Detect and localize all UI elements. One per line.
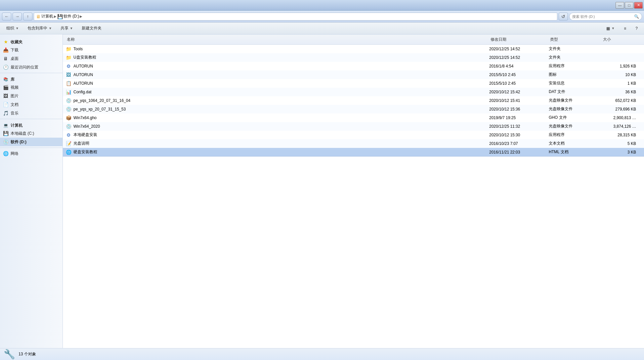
file-type-icon: 🖼 — [65, 72, 71, 78]
sidebar-item-network[interactable]: 🌐 网络 — [0, 149, 63, 158]
refresh-button[interactable]: ↺ — [559, 13, 568, 21]
file-type-icon: 📦 — [65, 115, 71, 121]
computer-sidebar-icon: 💻 — [3, 122, 9, 128]
file-type: 图标 — [549, 72, 602, 77]
file-name: U盘安装教程 — [73, 55, 96, 60]
sidebar-item-download[interactable]: 📥 下载 — [0, 46, 63, 54]
close-button[interactable]: ✕ — [634, 2, 643, 9]
table-row[interactable]: ⚙ AUTORUN 2016/1/8 4:54 应用程序 1,926 KB — [63, 62, 644, 70]
desktop-label: 桌面 — [11, 56, 19, 62]
file-name: 光盘说明 — [73, 141, 89, 146]
table-row[interactable]: 🖼 AUTORUN 2015/5/10 2:45 图标 10 KB — [63, 70, 644, 79]
file-type: 安装信息 — [549, 80, 602, 86]
file-type-icon: 📝 — [65, 141, 71, 147]
breadcrumb[interactable]: 🖥 计算机 ▶ 💾 软件 (D:) ▶ — [34, 13, 557, 21]
library-header: 📚 库 — [0, 74, 63, 83]
toolbar-right: ▦ ▼ ≡ ? — [603, 24, 641, 33]
sidebar-item-desktop[interactable]: 🖥 桌面 — [0, 54, 63, 63]
table-row[interactable]: 💿 pe_yqs_xp_20_07_31_15_53 2020/10/12 15… — [63, 105, 644, 113]
favorites-label: 收藏夹 — [11, 39, 22, 45]
picture-icon: 🖼 — [3, 93, 9, 99]
col-name[interactable]: 名称 — [65, 36, 489, 43]
file-name-cell: 📁 Tools — [65, 46, 489, 52]
file-type-icon: ⚙ — [65, 63, 71, 69]
recent-icon: 🕐 — [3, 64, 9, 70]
organize-arrow: ▼ — [16, 26, 19, 30]
file-modified: 2020/10/12 15:41 — [489, 98, 549, 103]
organize-button[interactable]: 组织 ▼ — [3, 24, 22, 33]
breadcrumb-sep-1: ▶ — [54, 15, 57, 18]
favorites-header: ★ 收藏夹 — [0, 37, 63, 46]
forward-button[interactable]: → — [13, 13, 22, 21]
sidebar-item-music[interactable]: 🎵 音乐 — [0, 109, 63, 117]
file-type-icon: ⚙ — [65, 132, 71, 138]
computer-header: 💻 计算机 — [0, 120, 63, 129]
file-name-cell: ⚙ AUTORUN — [65, 63, 489, 69]
download-icon: 📥 — [3, 47, 9, 53]
file-modified: 2020/12/25 14:52 — [489, 47, 549, 51]
table-row[interactable]: 🌐 硬盘安装教程 2016/11/21 22:03 HTML 文档 3 KB — [63, 148, 644, 157]
breadcrumb-computer[interactable]: 计算机 — [41, 14, 53, 19]
sidebar-item-doc[interactable]: 📄 文档 — [0, 100, 63, 109]
music-icon: 🎵 — [3, 110, 9, 116]
file-modified: 2020/12/25 11:32 — [489, 124, 549, 129]
table-row[interactable]: 📋 AUTORUN 2015/5/10 2:45 安装信息 1 KB — [63, 79, 644, 88]
sidebar-item-recent[interactable]: 🕐 最近访问的位置 — [0, 63, 63, 71]
table-row[interactable]: 📊 Config.dat 2020/10/12 15:42 DAT 文件 36 … — [63, 88, 644, 96]
search-bar[interactable]: 🔍 — [569, 13, 642, 21]
table-row[interactable]: 📝 光盘说明 2016/10/23 7:07 文本文档 5 KB — [63, 139, 644, 148]
help-button[interactable]: ? — [632, 24, 641, 33]
sidebar-item-soft-d[interactable]: 💿 软件 (D:) — [0, 138, 63, 146]
include-library-button[interactable]: 包含到库中 ▼ — [24, 24, 56, 33]
file-size: 652,072 KB — [602, 98, 641, 103]
file-name-cell: 💿 Win7x64_2020 — [65, 123, 489, 129]
back-button[interactable]: ← — [2, 13, 11, 21]
share-arrow: ▼ — [70, 26, 73, 30]
statusbar: 🔧 13 个对象 — [0, 348, 644, 360]
sidebar-item-local-c[interactable]: 💾 本地磁盘 (C:) — [0, 129, 63, 138]
table-row[interactable]: ⚙ 本地硬盘安装 2020/10/12 15:30 应用程序 28,315 KB — [63, 131, 644, 139]
table-row[interactable]: 📁 U盘安装教程 2020/12/25 14:52 文件夹 — [63, 53, 644, 62]
picture-label: 图片 — [11, 93, 19, 99]
layout-button[interactable]: ≡ — [620, 24, 630, 33]
file-name-cell: 📋 AUTORUN — [65, 80, 489, 86]
col-modified[interactable]: 修改日期 — [489, 36, 549, 43]
file-type-icon: 💿 — [65, 106, 71, 112]
new-folder-button[interactable]: 新建文件夹 — [78, 24, 105, 33]
local-c-label: 本地磁盘 (C:) — [11, 131, 34, 136]
col-size[interactable]: 大小 — [602, 36, 641, 43]
breadcrumb-drive[interactable]: 软件 (D:) — [64, 14, 79, 19]
doc-icon: 📄 — [3, 102, 9, 108]
file-name-cell: 🌐 硬盘安装教程 — [65, 149, 489, 155]
main-content: ★ 收藏夹 📥 下载 🖥 桌面 🕐 最近访问的位置 📚 库 — [0, 34, 644, 348]
minimize-button[interactable]: — — [616, 2, 624, 9]
view-button[interactable]: ▦ ▼ — [603, 24, 618, 33]
up-button[interactable]: ↑ — [23, 13, 32, 21]
layout-icon: ≡ — [624, 26, 626, 31]
maximize-button[interactable]: □ — [625, 2, 633, 9]
sidebar-item-video[interactable]: 🎬 视频 — [0, 83, 63, 92]
sidebar-section-library: 📚 库 🎬 视频 🖼 图片 📄 文档 🎵 音乐 — [0, 74, 63, 117]
include-arrow: ▼ — [49, 26, 52, 30]
soft-d-icon: 💿 — [3, 139, 9, 145]
breadcrumb-sep-2: ▶ — [80, 15, 82, 18]
table-row[interactable]: 📦 Win7x64.gho 2019/9/7 19:25 GHO 文件 2,90… — [63, 113, 644, 122]
computer-label: 计算机 — [11, 123, 22, 128]
search-input[interactable] — [572, 15, 633, 19]
file-type-icon: 💿 — [65, 123, 71, 129]
file-name-cell: 🖼 AUTORUN — [65, 72, 489, 78]
col-type[interactable]: 类型 — [549, 36, 602, 43]
star-icon: ★ — [3, 39, 9, 45]
file-modified: 2015/5/10 2:45 — [489, 81, 549, 86]
computer-icon: 🖥 — [36, 14, 41, 19]
file-modified: 2020/12/25 14:52 — [489, 55, 549, 60]
file-list: 📁 Tools 2020/12/25 14:52 文件夹 📁 U盘安装教程 20… — [63, 45, 644, 348]
file-modified: 2019/9/7 19:25 — [489, 115, 549, 120]
table-row[interactable]: 💿 Win7x64_2020 2020/12/25 11:32 光盘映像文件 3… — [63, 122, 644, 131]
share-button[interactable]: 共享 ▼ — [57, 24, 77, 33]
file-size: 36 KB — [602, 90, 641, 94]
table-row[interactable]: 📁 Tools 2020/12/25 14:52 文件夹 — [63, 45, 644, 53]
table-row[interactable]: 💿 pe_yqs_1064_20_07_31_16_04 2020/10/12 … — [63, 96, 644, 105]
sidebar-item-picture[interactable]: 🖼 图片 — [0, 92, 63, 100]
file-size: 1,926 KB — [602, 64, 641, 68]
